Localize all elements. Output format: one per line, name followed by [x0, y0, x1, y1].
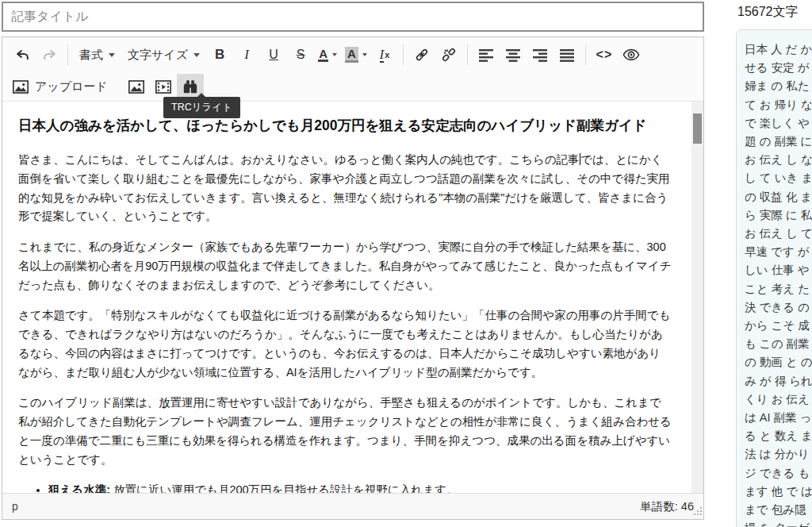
trc-rewrite-tooltip: TRCリライト	[163, 97, 240, 118]
preview-button[interactable]	[618, 42, 645, 67]
binoculars-icon	[182, 79, 198, 94]
chevron-down-icon	[109, 53, 115, 57]
chevron-down-icon	[332, 53, 337, 56]
paragraph-2: これまでに、私の身近なメンター（家族でもある先輩ワーカー）から学びつつ、実際に自…	[18, 238, 672, 294]
chevron-down-icon	[362, 53, 367, 56]
tooltip-arrow	[197, 93, 205, 97]
paragraph-3: さて本題です。「特別なスキルがなくても収益化に近づける副業があるなら知りたい」「…	[18, 306, 672, 382]
editor-scrollbar[interactable]	[691, 102, 703, 493]
toolbar-row-2: アップロード	[2, 72, 703, 102]
character-count: 15672文字	[737, 4, 799, 21]
unlink-icon	[441, 47, 457, 63]
video-icon	[155, 80, 171, 94]
editor-content-area[interactable]: 日本人の強みを活かして、ほったらかしでも月200万円を狙える安定志向のハイブリッ…	[2, 102, 703, 493]
insert-video-button[interactable]	[150, 74, 177, 99]
insert-image-button[interactable]	[123, 74, 150, 99]
italic-icon: I	[244, 47, 249, 63]
format-dropdown-label: 書式	[79, 48, 103, 63]
paragraph-4: このハイブリッド副業は、放置運用に寄せやすい設計でありながら、手堅さも狙えるのが…	[18, 394, 672, 469]
remove-link-button[interactable]	[435, 42, 462, 67]
image-icon	[128, 80, 144, 94]
word-count: 単語数: 46	[640, 499, 694, 514]
source-code-button[interactable]: <>	[591, 42, 618, 67]
toolbar-separator	[467, 44, 468, 65]
link-icon	[414, 47, 430, 63]
chevron-down-icon	[193, 53, 200, 57]
bold-icon: B	[215, 47, 224, 63]
align-center-button[interactable]	[500, 42, 527, 67]
align-right-button[interactable]	[527, 42, 553, 67]
upload-image-button[interactable]: アップロード	[9, 74, 112, 99]
insert-link-button[interactable]	[408, 42, 435, 67]
format-dropdown[interactable]: 書式	[73, 42, 121, 67]
align-left-icon	[478, 48, 494, 62]
toolbar-separator	[67, 44, 68, 65]
redo-icon	[42, 48, 57, 63]
paragraph-1: 皆さま、こんにちは、そしてこんばんは。おかえりなさい。ゆるっと働く案内人の純也で…	[18, 151, 672, 226]
toolbar-separator	[585, 44, 586, 65]
toolbar-row-1: 書式 文字サイズ B I U S A	[2, 37, 703, 72]
eye-icon	[622, 48, 640, 62]
rich-text-editor: 書式 文字サイズ B I U S A	[2, 37, 704, 520]
align-center-icon	[505, 48, 521, 62]
align-left-button[interactable]	[473, 42, 500, 67]
align-right-icon	[532, 48, 548, 62]
underline-button[interactable]: U	[260, 42, 287, 67]
undo-button[interactable]	[9, 42, 36, 67]
editor-status-bar: p 単語数: 46	[2, 493, 703, 519]
clear-formatting-icon: I	[380, 48, 385, 63]
background-color-icon: A	[345, 47, 358, 63]
toolbar-separator	[403, 44, 404, 65]
article-editor-page: 書式 文字サイズ B I U S A	[0, 0, 812, 527]
text-color-icon: A	[318, 48, 328, 63]
upload-button-label: アップロード	[35, 79, 108, 94]
strikethrough-button[interactable]: S	[287, 42, 314, 67]
feature-list: 狙える水準: 放置に近い運用でも月200万円を目指せる設計を視野に入れます。 前…	[48, 481, 672, 493]
align-justify-button[interactable]	[553, 42, 580, 67]
redo-button[interactable]	[36, 42, 63, 67]
code-icon: <>	[596, 48, 613, 62]
undo-icon	[15, 48, 30, 63]
resize-grip-icon[interactable]	[693, 506, 703, 518]
list-item: 狙える水準: 放置に近い運用でも月200万円を目指せる設計を視野に入れます。	[48, 481, 672, 493]
image-icon	[13, 80, 29, 94]
text-color-button[interactable]: A	[314, 42, 341, 67]
tooltip-text: TRCリライト	[171, 102, 232, 113]
article-heading: 日本人の強みを活かして、ほったらかしでも月200万円を狙える安定志向のハイブリッ…	[18, 116, 672, 135]
fontsize-dropdown[interactable]: 文字サイズ	[121, 42, 206, 67]
clear-formatting-button[interactable]: I x	[371, 42, 398, 67]
italic-button[interactable]: I	[233, 42, 260, 67]
article-title-input[interactable]	[2, 2, 704, 32]
source-text-preview: 日本 人 だ か せる 安定 が 婦ま の 私た て お 帰り な で 楽しく …	[736, 29, 812, 527]
strikethrough-icon: S	[297, 48, 305, 62]
element-path: p	[12, 500, 18, 513]
align-justify-icon	[559, 48, 575, 62]
fontsize-dropdown-label: 文字サイズ	[128, 48, 188, 63]
editor-scrollbar-thumb[interactable]	[693, 113, 702, 144]
background-color-button[interactable]: A	[341, 42, 371, 67]
bold-button[interactable]: B	[206, 42, 233, 67]
underline-icon: U	[269, 48, 278, 62]
clear-formatting-x: x	[385, 50, 389, 60]
